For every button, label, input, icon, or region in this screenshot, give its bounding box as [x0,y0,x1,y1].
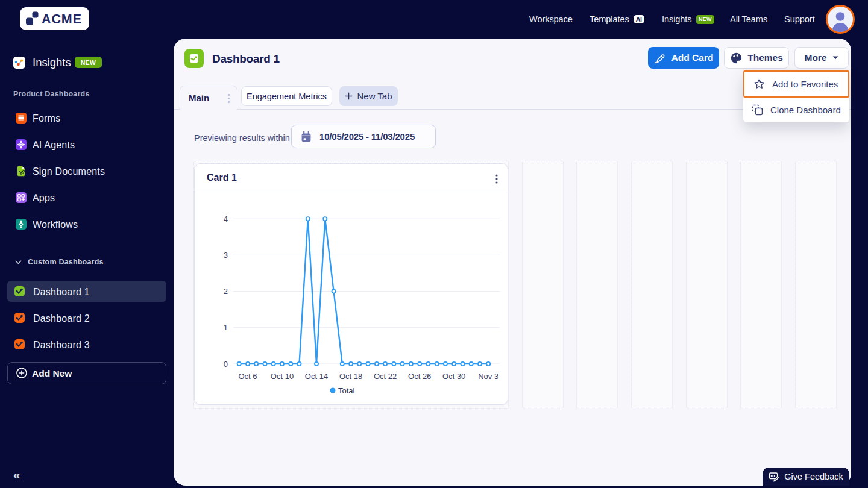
svg-text:Oct 6: Oct 6 [238,372,257,381]
svg-text:Oct 22: Oct 22 [374,372,397,381]
svg-text:Oct 30: Oct 30 [442,372,465,381]
svg-text:Total: Total [338,386,355,395]
svg-text:Oct 26: Oct 26 [408,372,431,381]
svg-text:Oct 10: Oct 10 [271,372,294,381]
svg-text:Nov 3: Nov 3 [478,372,498,381]
svg-text:4: 4 [224,214,228,224]
svg-text:2: 2 [224,287,228,296]
svg-text:Oct 14: Oct 14 [305,372,328,381]
svg-text:3: 3 [224,251,228,260]
svg-text:1: 1 [224,323,228,332]
svg-text:Oct 18: Oct 18 [339,372,362,381]
svg-text:0: 0 [224,360,228,369]
svg-text:ACME: ACME [42,12,82,27]
